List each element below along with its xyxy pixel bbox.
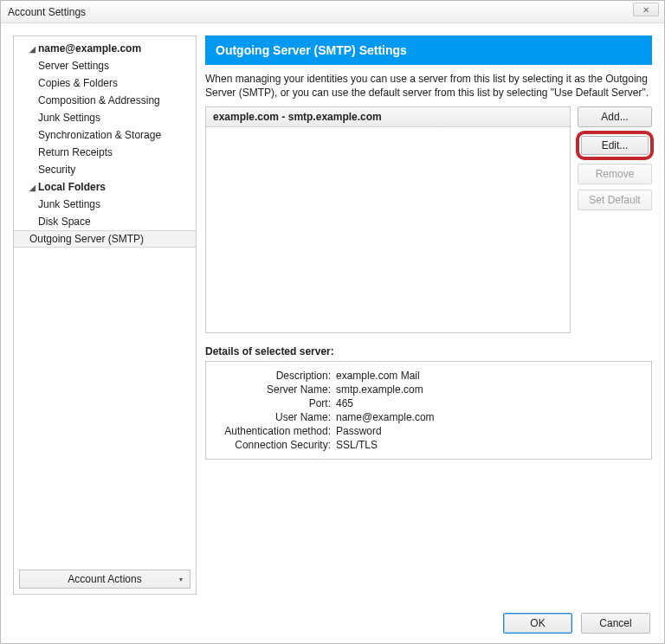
details-row-description: Description: example.com Mail: [215, 369, 642, 383]
tree-item-composition[interactable]: Composition & Addressing: [14, 92, 196, 109]
details-value: name@example.com: [336, 411, 435, 423]
details-box: Description: example.com Mail Server Nam…: [205, 361, 652, 460]
close-button[interactable]: ✕: [633, 3, 659, 16]
tree-account-label: name@example.com: [38, 42, 141, 55]
details-label: User Name:: [215, 411, 336, 423]
details-row-auth: Authentication method: Password: [215, 424, 642, 438]
details-value: SSL/TLS: [336, 439, 378, 451]
details-row-user-name: User Name: name@example.com: [215, 410, 642, 424]
details-label: Connection Security:: [215, 439, 336, 451]
details-row-connection: Connection Security: SSL/TLS: [215, 438, 642, 452]
tree-local-folders[interactable]: ◢Local Folders: [14, 178, 196, 196]
tree-item-local-junk[interactable]: Junk Settings: [14, 196, 196, 213]
ok-button[interactable]: OK: [503, 613, 572, 634]
tree-item-outgoing-smtp[interactable]: Outgoing Server (SMTP): [14, 230, 196, 248]
tree-account-root[interactable]: ◢name@example.com: [14, 40, 196, 57]
intro-text: When managing your identities you can us…: [205, 72, 652, 100]
tree-item-security[interactable]: Security: [14, 161, 196, 178]
edit-highlight: Edit...: [576, 131, 654, 160]
account-actions-button[interactable]: Account Actions ▾: [19, 570, 190, 589]
details-value: example.com Mail: [336, 370, 420, 382]
main-panel: Outgoing Server (SMTP) Settings When man…: [205, 35, 652, 595]
details-value: smtp.example.com: [336, 383, 423, 396]
details-row-server-name: Server Name: smtp.example.com: [215, 383, 642, 396]
tree-item-sync-storage[interactable]: Synchronization & Storage: [14, 126, 196, 144]
remove-button[interactable]: Remove: [578, 164, 652, 184]
titlebar: Account Settings ✕: [1, 1, 664, 23]
close-icon: ✕: [642, 5, 649, 15]
dialog-body: ◢name@example.com Server Settings Copies…: [1, 23, 664, 603]
details-value: Password: [336, 425, 382, 437]
dialog-footer: OK Cancel: [1, 603, 664, 643]
smtp-server-item[interactable]: example.com - smtp.example.com: [206, 107, 570, 127]
details-label: Description:: [215, 370, 336, 382]
edit-button[interactable]: Edit...: [581, 136, 649, 155]
tree-item-junk[interactable]: Junk Settings: [14, 109, 196, 126]
details-title: Details of selected server:: [205, 345, 652, 357]
details-label: Port:: [215, 397, 336, 409]
add-button[interactable]: Add...: [578, 106, 652, 127]
tree-local-folders-label: Local Folders: [38, 181, 106, 193]
set-default-button[interactable]: Set Default: [578, 190, 652, 210]
server-buttons-column: Add... Edit... Remove Set Default: [578, 106, 652, 210]
account-actions-label: Account Actions: [68, 573, 141, 585]
server-row: example.com - smtp.example.com Add... Ed…: [205, 106, 652, 333]
accounts-sidebar: ◢name@example.com Server Settings Copies…: [13, 35, 197, 595]
cancel-button[interactable]: Cancel: [581, 613, 650, 634]
details-row-port: Port: 465: [215, 396, 642, 410]
tree-item-return-receipts[interactable]: Return Receipts: [14, 144, 196, 161]
tree-item-copies-folders[interactable]: Copies & Folders: [14, 74, 196, 92]
account-actions-wrap: Account Actions ▾: [14, 564, 196, 594]
window-title: Account Settings: [8, 6, 86, 18]
tree-item-disk-space[interactable]: Disk Space: [14, 213, 196, 230]
details-section: Details of selected server: Description:…: [205, 345, 652, 460]
account-settings-window: Account Settings ✕ ◢name@example.com Ser…: [0, 0, 665, 644]
chevron-down-icon: ▾: [179, 576, 183, 583]
details-label: Server Name:: [215, 383, 336, 396]
section-header: Outgoing Server (SMTP) Settings: [205, 35, 652, 65]
chevron-down-icon: ◢: [29, 184, 36, 192]
accounts-tree: ◢name@example.com Server Settings Copies…: [14, 36, 196, 251]
details-label: Authentication method:: [215, 425, 336, 437]
smtp-server-list[interactable]: example.com - smtp.example.com: [205, 106, 571, 333]
chevron-down-icon: ◢: [29, 45, 36, 54]
tree-item-server-settings[interactable]: Server Settings: [14, 57, 196, 74]
details-value: 465: [336, 397, 353, 409]
